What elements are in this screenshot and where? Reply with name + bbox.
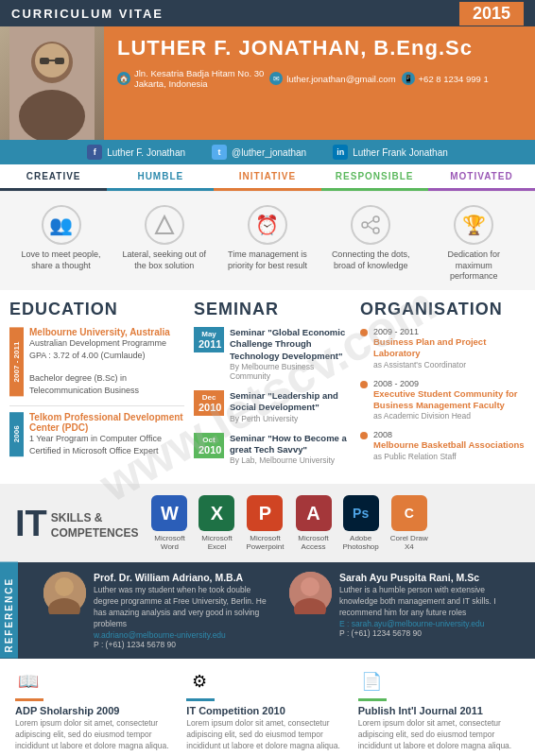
trait-responsible[interactable]: RESPONSIBLE — [321, 164, 428, 191]
contact-email: ✉ luther.jonathan@gmail.com — [269, 68, 395, 89]
org-dot-1 — [360, 329, 368, 336]
edu-divider — [9, 405, 184, 406]
ref-avatar-2 — [289, 572, 332, 614]
edu-school-1: Melbourne University, Australia — [29, 327, 184, 337]
contact-address: 🏠 Jln. Kesatria Badja Hitam No. 30 Jakar… — [117, 68, 264, 89]
word-icon: W — [151, 495, 187, 531]
profile-contact: 🏠 Jln. Kesatria Badja Hitam No. 30 Jakar… — [117, 68, 522, 89]
corel-icon: C — [391, 495, 427, 531]
trait-creative[interactable]: CREATIVE — [0, 164, 107, 191]
social-linkedin[interactable]: in Luther Frank Jonathan — [319, 140, 461, 164]
org-dot-3 — [360, 432, 368, 439]
org-2: 2008 - 2009 Executive Student Community … — [360, 379, 526, 421]
cv-title: CURRICULUM VITAE — [11, 7, 164, 21]
ref-email-1: w.adriano@melbourne-university.edu — [94, 630, 274, 640]
ref-card-1: Prof. Dr. William Adriano, M.B.A Luther … — [43, 572, 274, 649]
photoshop-icon: Ps — [343, 495, 379, 531]
ref-email-2: E : sarah.ayu@melbourne-university.edu — [339, 619, 520, 628]
seminar-2: Dec 2010 Seminar "Leadership and Social … — [194, 390, 351, 423]
social-bar: f Luther F. Jonathan t @luther_jonathan … — [0, 140, 535, 164]
seminar-date-2: Dec 2010 — [194, 390, 224, 416]
powerpoint-icon: P — [247, 495, 283, 531]
icon-lateral: Lateral, seeking out of the box solution — [122, 205, 207, 283]
icon-connect: Connecting the dots, broad of knowledge — [328, 205, 413, 283]
profile-photo — [0, 26, 104, 140]
connect-icon — [351, 205, 390, 245]
svg-rect-4 — [40, 58, 49, 64]
email-icon: ✉ — [269, 72, 283, 85]
ref-person-1: Prof. Dr. William Adriano, M.B.A Luther … — [43, 572, 274, 649]
trait-initiative[interactable]: INITIATIVE — [214, 164, 320, 191]
icon-time: ⏰ Time management is priority for best r… — [225, 205, 310, 283]
award-title-3: Publish Int'l Journal 2011 — [358, 705, 520, 716]
edu-group-1: 2007 - 2011 Melbourne University, Austra… — [9, 327, 184, 396]
org-dot-2 — [360, 381, 368, 388]
icon-meet-people: 👥 Love to meet people, share a thought — [19, 205, 104, 283]
edu-program-2: 1 Year Program in Computer OfficeCertifi… — [29, 433, 184, 456]
award-1: 📖 ADP Sholarship 2009 Lorem ipsum dolor … — [15, 668, 177, 752]
seminar-1: May 2011 Seminar "Global Economic Challe… — [194, 327, 351, 381]
it-letter: IT — [15, 506, 47, 541]
access-icon: A — [296, 495, 332, 531]
ref-desc-2: Luther is a humble person with extensive… — [339, 585, 520, 619]
it-app-corel: C Corel DrawX4 — [390, 495, 428, 551]
seminar-section: SEMINAR May 2011 Seminar "Global Economi… — [184, 300, 360, 474]
phone-icon: 📱 — [402, 72, 415, 85]
svg-point-10 — [373, 228, 379, 233]
org-3: 2008 Melbourne Basketball Associations a… — [360, 430, 526, 460]
ref-phone-1: P : (+61) 1234 5678 90 — [94, 640, 274, 649]
twitter-icon: t — [212, 145, 227, 160]
award-icon-1: 📖 — [15, 668, 42, 695]
org-1: 2009 - 2011 Business Plan and Project La… — [360, 327, 526, 369]
edu-year-1: 2007 - 2011 — [9, 327, 24, 396]
award-body-1: Lorem ipsum dolor sit amet, consectetur … — [15, 718, 177, 752]
it-app-excel: X MicrosoftExcel — [198, 495, 234, 551]
ref-card-2: Sarah Ayu Puspita Rani, M.Sc Luther is a… — [289, 572, 520, 649]
seminar-title: SEMINAR — [194, 300, 351, 319]
people-icon: 👥 — [42, 205, 81, 245]
svg-rect-5 — [55, 58, 64, 64]
excel-icon: X — [198, 495, 234, 531]
social-facebook[interactable]: f Luther F. Jonathan — [74, 140, 198, 164]
edu-year-2: 2006 — [9, 412, 24, 456]
svg-point-17 — [301, 577, 319, 596]
it-app-word: W MicrosoftWord — [151, 495, 187, 551]
cv-year: 2015 — [459, 2, 524, 26]
social-twitter[interactable]: t @luther_jonathan — [198, 140, 319, 164]
svg-point-14 — [55, 577, 74, 596]
it-icons: W MicrosoftWord X MicrosoftExcel P Micro… — [151, 495, 427, 551]
awards-section: 📖 ADP Sholarship 2009 Lorem ipsum dolor … — [0, 659, 535, 756]
svg-point-8 — [362, 222, 368, 228]
seminar-3: Oct 2010 Seminar "How to Become a great … — [194, 433, 351, 466]
linkedin-icon: in — [333, 145, 348, 160]
award-title-2: IT Competition 2010 — [186, 705, 348, 716]
trait-motivated[interactable]: MOTIVATED — [428, 164, 535, 191]
svg-line-11 — [368, 220, 373, 224]
ref-phone-2: P : (+61) 1234 5678 90 — [339, 628, 520, 638]
seminar-date-1: May 2011 — [194, 327, 224, 352]
award-divider-1 — [15, 698, 43, 701]
award-body-2: Lorem ipsum dolor sit amet, consectetur … — [186, 718, 348, 752]
it-app-photoshop: Ps AdobePhotoshop — [343, 495, 379, 551]
it-label: IT SKILLS &COMPETENCES — [15, 506, 138, 541]
award-title-1: ADP Sholarship 2009 — [15, 705, 177, 716]
ref-avatar-1 — [43, 572, 86, 614]
education-section: EDUCATION 2007 - 2011 Melbourne Universi… — [9, 300, 184, 474]
svg-point-9 — [373, 216, 379, 222]
organisation-section: ORGANISATION 2009 - 2011 Business Plan a… — [360, 300, 526, 474]
ref-name-2: Sarah Ayu Puspita Rani, M.Sc — [339, 572, 520, 583]
ref-person-2: Sarah Ayu Puspita Rani, M.Sc Luther is a… — [289, 572, 520, 638]
edu-group-2: 2006 Telkom Professional Development Cen… — [9, 412, 184, 456]
icons-strip: 👥 Love to meet people, share a thought L… — [0, 192, 535, 290]
profile-name: LUTHER F. JONATHAN, B.Eng.Sc — [117, 36, 522, 60]
traits-bar: CREATIVE HUMBLE INITIATIVE RESPONSIBLE M… — [0, 164, 535, 192]
it-app-powerpoint: P MicrosoftPowerpoint — [246, 495, 284, 551]
trait-humble[interactable]: HUMBLE — [107, 164, 214, 191]
edu-program-1: Australian Development ProgrammeGPA : 3.… — [29, 337, 184, 361]
award-3: 📄 Publish Int'l Journal 2011 Lorem ipsum… — [358, 668, 520, 752]
svg-marker-7 — [156, 216, 173, 233]
cv-header: CURRICULUM VITAE 2015 — [0, 0, 535, 26]
lateral-icon — [145, 205, 184, 245]
edu-school-2: Telkom Professional Development Center (… — [29, 412, 184, 433]
award-icon-3: 📄 — [358, 668, 385, 695]
